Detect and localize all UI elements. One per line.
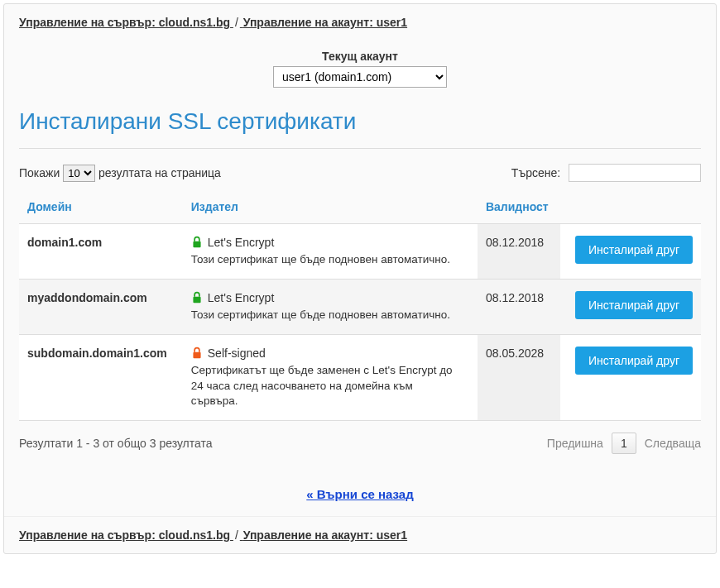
issuer-name: Let's Encrypt (191, 291, 469, 304)
issuer-note: Този сертификат ще бъде подновен автомат… (191, 308, 456, 323)
search-input[interactable] (569, 164, 701, 182)
svg-rect-0 (193, 241, 200, 247)
breadcrumb-account-link[interactable]: Управление на акаунт: user1 (243, 16, 407, 29)
svg-rect-2 (193, 352, 200, 358)
current-account-block: Текущ акаунт user1 (domain1.com) (4, 50, 716, 88)
issuer-note: Сертификатът ще бъде заменен с Let's Enc… (191, 363, 456, 409)
col-issuer[interactable]: Издател (183, 190, 478, 224)
col-validity[interactable]: Валидност (478, 190, 560, 224)
breadcrumb-account-link-bottom[interactable]: Управление на акаунт: user1 (243, 528, 407, 542)
show-prefix: Покажи (19, 166, 60, 179)
cell-validity: 08.05.2028 (478, 335, 560, 421)
issuer-text: Let's Encrypt (208, 236, 275, 249)
breadcrumb-bottom: Управление на сървър: cloud.ns1.bg / Упр… (4, 516, 716, 542)
page-size-select[interactable]: 10 (63, 165, 95, 182)
cell-issuer: Let's EncryptТози сертификат ще бъде под… (183, 280, 478, 335)
cell-validity: 08.12.2018 (478, 224, 560, 280)
main-panel: Управление на сървър: cloud.ns1.bg / Упр… (3, 3, 717, 554)
issuer-note: Този сертификат ще бъде подновен автомат… (191, 252, 456, 267)
issuer-text: Self-signed (208, 347, 266, 360)
pager-prev[interactable]: Предишна (547, 437, 603, 450)
breadcrumb-separator: / (233, 16, 240, 29)
breadcrumb-server-link-bottom[interactable]: Управление на сървър: cloud.ns1.bg (19, 528, 230, 542)
cell-action: Инсталирай друг (560, 224, 701, 280)
issuer-name: Self-signed (191, 347, 469, 360)
breadcrumb-server-link[interactable]: Управление на сървър: cloud.ns1.bg (19, 16, 230, 29)
cell-domain: subdomain.domain1.com (19, 335, 183, 421)
col-domain[interactable]: Домейн (19, 190, 183, 224)
page-size-control: Покажи 10 резултата на страница (19, 165, 221, 182)
cell-domain: myaddondomain.com (19, 280, 183, 335)
back-link[interactable]: « Върни се назад (306, 487, 413, 501)
breadcrumb-top: Управление на сървър: cloud.ns1.bg / Упр… (4, 16, 716, 37)
certificates-table: Домейн Издател Валидност domain1.comLet'… (19, 190, 701, 421)
back-link-wrap: « Върни се назад (4, 487, 716, 501)
table-row: domain1.comLet's EncryptТози сертификат … (19, 224, 701, 280)
table-row: myaddondomain.comLet's EncryptТози серти… (19, 280, 701, 335)
cell-action: Инсталирай друг (560, 335, 701, 421)
install-other-button[interactable]: Инсталирай друг (575, 347, 693, 375)
table-footer: Резултати 1 - 3 от общо 3 резултата Пред… (4, 421, 716, 462)
lock-icon (191, 291, 203, 304)
lock-icon (191, 347, 203, 360)
issuer-name: Let's Encrypt (191, 236, 469, 249)
show-suffix: резултата на страница (98, 166, 221, 179)
issuer-text: Let's Encrypt (208, 291, 275, 304)
cell-action: Инсталирай друг (560, 280, 701, 335)
lock-icon (191, 236, 203, 249)
pager-next[interactable]: Следваща (645, 437, 701, 450)
install-other-button[interactable]: Инсталирай друг (575, 291, 693, 319)
breadcrumb-separator-bottom: / (233, 528, 240, 542)
svg-rect-1 (193, 297, 200, 303)
table-controls: Покажи 10 резултата на страница Търсене: (4, 159, 716, 190)
cell-issuer: Let's EncryptТози сертификат ще бъде под… (183, 224, 478, 280)
search-control: Търсене: (511, 164, 701, 182)
col-action (560, 190, 701, 224)
cell-domain: domain1.com (19, 224, 183, 280)
cell-validity: 08.12.2018 (478, 280, 560, 335)
search-label: Търсене: (511, 166, 560, 179)
cell-issuer: Self-signedСертификатът ще бъде заменен … (183, 335, 478, 421)
current-account-label: Текущ акаунт (4, 50, 716, 63)
table-row: subdomain.domain1.comSelf-signedСертифик… (19, 335, 701, 421)
current-account-select[interactable]: user1 (domain1.com) (273, 66, 447, 88)
install-other-button[interactable]: Инсталирай друг (575, 236, 693, 264)
pager: Предишна 1 Следваща (547, 433, 701, 454)
results-info: Резултати 1 - 3 от общо 3 резултата (19, 437, 213, 450)
pager-page-1[interactable]: 1 (612, 433, 636, 454)
page-title: Инсталирани SSL сертификати (19, 108, 701, 149)
